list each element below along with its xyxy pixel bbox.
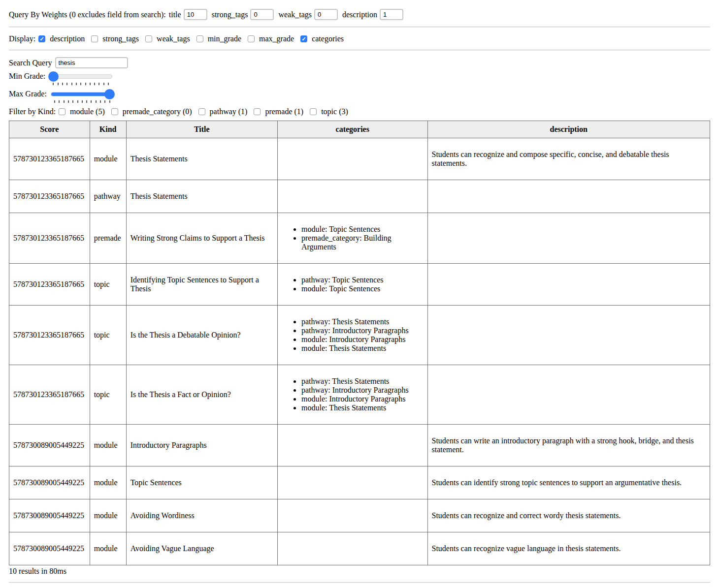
table-row: 578730089005449225moduleAvoiding Vague L… bbox=[9, 532, 710, 565]
title-value: Introductory Paragraphs bbox=[131, 441, 273, 450]
kind-cell: module bbox=[90, 532, 126, 565]
column-header-categories: categories bbox=[277, 121, 427, 138]
table-row: 578730089005449225moduleIntroductory Par… bbox=[9, 425, 710, 466]
weight-input-weak-tags[interactable] bbox=[314, 9, 338, 20]
min-grade-slider[interactable] bbox=[49, 71, 112, 85]
filter-by-kind-label: Filter by Kind: bbox=[9, 107, 56, 116]
checkbox-unchecked-icon[interactable]: ✓ bbox=[145, 35, 152, 42]
weight-input-description[interactable] bbox=[380, 9, 403, 20]
weight-input-strong-tags[interactable] bbox=[250, 9, 274, 20]
checkbox-label: module (5) bbox=[70, 107, 105, 116]
max-grade-slider-thumb[interactable] bbox=[104, 89, 115, 99]
title-value: Topic Sentences bbox=[131, 478, 273, 487]
column-header-description: description bbox=[427, 121, 710, 138]
checkbox-checked-icon[interactable]: ✓ bbox=[300, 35, 307, 42]
score-value: 578730123365187665 bbox=[13, 331, 86, 340]
kind-value: topic bbox=[94, 280, 122, 289]
checkbox-unchecked-icon[interactable]: ✓ bbox=[196, 35, 203, 42]
display-option-min-grade[interactable]: ✓min_grade bbox=[196, 34, 241, 43]
checkbox-label: weak_tags bbox=[157, 34, 190, 43]
score-cell: 578730089005449225 bbox=[9, 499, 90, 532]
score-cell: 578730123365187665 bbox=[9, 306, 90, 365]
kind-cell: premade bbox=[90, 213, 126, 264]
table-row: 578730123365187665topicIdentifying Topic… bbox=[9, 264, 710, 306]
score-value: 578730089005449225 bbox=[13, 544, 86, 553]
checkbox-unchecked-icon[interactable]: ✓ bbox=[254, 108, 261, 115]
max-grade-label: Max Grade: bbox=[9, 89, 47, 99]
checkbox-unchecked-icon[interactable]: ✓ bbox=[198, 108, 205, 115]
description-cell bbox=[427, 306, 710, 365]
checkbox-unchecked-icon[interactable]: ✓ bbox=[91, 35, 98, 42]
checkbox-label: pathway (1) bbox=[210, 107, 248, 116]
display-option-max-grade[interactable]: ✓max_grade bbox=[248, 34, 294, 43]
max-grade-slider[interactable] bbox=[51, 89, 114, 103]
slider-tick bbox=[71, 83, 72, 85]
category-item: module: Topic Sentences bbox=[301, 225, 424, 234]
kind-value: module bbox=[94, 478, 122, 487]
display-option-categories[interactable]: ✓categories bbox=[300, 34, 344, 43]
categories-cell bbox=[277, 499, 427, 532]
slider-tick bbox=[76, 83, 77, 85]
column-header-title: Title bbox=[126, 121, 277, 138]
filter-option-premade-1[interactable]: ✓premade (1) bbox=[254, 107, 303, 116]
description-cell bbox=[427, 180, 710, 213]
filter-by-kind-options: ✓module (5)✓premade_category (0)✓pathway… bbox=[59, 107, 355, 116]
checkbox-label: min_grade bbox=[208, 34, 241, 43]
min-grade-slider-thumb[interactable] bbox=[48, 71, 59, 82]
table-row: 578730123365187665topicIs the Thesis a D… bbox=[9, 306, 710, 365]
filter-option-topic-3[interactable]: ✓topic (3) bbox=[310, 107, 348, 116]
score-cell: 578730123365187665 bbox=[9, 365, 90, 425]
kind-cell: topic bbox=[90, 365, 126, 425]
search-query-input[interactable] bbox=[55, 57, 128, 68]
slider-tick bbox=[54, 100, 55, 103]
display-label: Display: bbox=[9, 34, 35, 43]
kind-value: module bbox=[94, 511, 122, 520]
table-row: 578730123365187665pathwayThesis Statemen… bbox=[9, 180, 710, 213]
weight-field-label: strong_tags bbox=[212, 10, 248, 19]
checkbox-unchecked-icon[interactable]: ✓ bbox=[310, 108, 317, 115]
kind-cell: module bbox=[90, 466, 126, 499]
score-value: 578730089005449225 bbox=[13, 511, 86, 520]
slider-tick bbox=[91, 100, 92, 103]
description-cell: Students can recognize and correct wordy… bbox=[427, 499, 710, 532]
categories-list: pathway: Thesis Statementspathway: Intro… bbox=[282, 377, 424, 412]
display-option-description[interactable]: ✓description bbox=[38, 34, 85, 43]
slider-tick bbox=[66, 83, 67, 85]
title-cell: Is the Thesis a Fact or Opinion? bbox=[126, 365, 277, 425]
slider-tick bbox=[103, 83, 104, 85]
checkbox-unchecked-icon[interactable]: ✓ bbox=[111, 108, 118, 115]
title-value: Is the Thesis a Fact or Opinion? bbox=[131, 390, 273, 399]
slider-tick bbox=[85, 83, 86, 85]
description-cell: Students can identify strong topic sente… bbox=[427, 466, 710, 499]
category-item: module: Thesis Statements bbox=[301, 403, 424, 412]
categories-list: pathway: Topic Sentencesmodule: Topic Se… bbox=[282, 276, 424, 293]
weight-field-strong-tags: strong_tags bbox=[212, 9, 274, 20]
weight-input-title[interactable] bbox=[184, 9, 207, 20]
filter-option-pathway-1[interactable]: ✓pathway (1) bbox=[198, 107, 248, 116]
category-item: module: Thesis Statements bbox=[301, 344, 424, 353]
description-cell bbox=[427, 365, 710, 425]
display-option-strong-tags[interactable]: ✓strong_tags bbox=[91, 34, 139, 43]
slider-tick bbox=[77, 100, 78, 103]
slider-ticks bbox=[54, 100, 110, 103]
description-value: Students can recognize vague language in… bbox=[432, 544, 706, 553]
weight-field-label: title bbox=[169, 10, 181, 19]
filter-option-module-5[interactable]: ✓module (5) bbox=[59, 107, 105, 116]
score-cell: 578730089005449225 bbox=[9, 532, 90, 565]
description-cell: Students can write an introductory parag… bbox=[427, 425, 710, 466]
kind-value: module bbox=[94, 441, 122, 450]
categories-cell bbox=[277, 425, 427, 466]
filter-by-kind-row: Filter by Kind: ✓module (5)✓premade_cate… bbox=[9, 107, 710, 116]
title-cell: Thesis Statements bbox=[126, 138, 277, 180]
category-item: module: Introductory Paragraphs bbox=[301, 395, 424, 403]
kind-value: module bbox=[94, 155, 122, 163]
title-value: Identifying Topic Sentences to Support a… bbox=[131, 276, 273, 293]
filter-option-premade-category-0[interactable]: ✓premade_category (0) bbox=[111, 107, 192, 116]
display-option-weak-tags[interactable]: ✓weak_tags bbox=[145, 34, 190, 43]
slider-track[interactable] bbox=[49, 74, 112, 79]
checkbox-unchecked-icon[interactable]: ✓ bbox=[248, 35, 255, 42]
kind-cell: module bbox=[90, 425, 126, 466]
checkbox-unchecked-icon[interactable]: ✓ bbox=[59, 108, 65, 115]
weight-field-label: weak_tags bbox=[278, 10, 312, 19]
checkbox-checked-icon[interactable]: ✓ bbox=[38, 35, 45, 42]
